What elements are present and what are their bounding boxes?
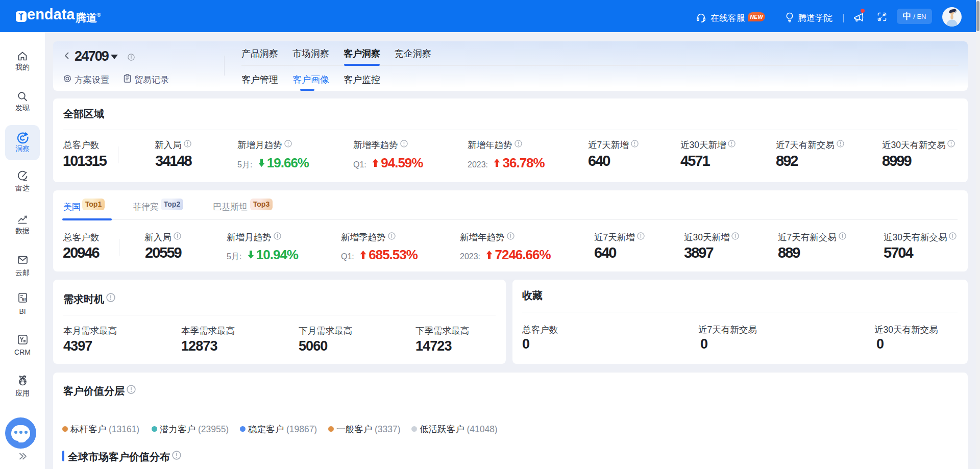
svg-text:BI: BI xyxy=(22,297,26,302)
